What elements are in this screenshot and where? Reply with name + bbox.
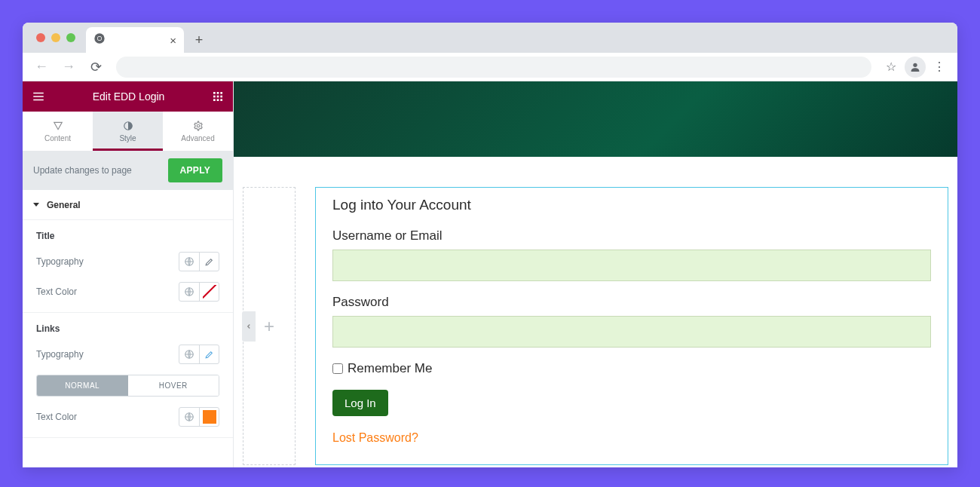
svg-rect-15 xyxy=(220,99,222,101)
lost-password-link[interactable]: Lost Password? xyxy=(332,431,931,445)
tab-style[interactable]: Style xyxy=(93,112,163,151)
links-text-color-label: Text Color xyxy=(36,412,77,422)
section-general-toggle[interactable]: General xyxy=(23,190,233,220)
pencil-icon[interactable] xyxy=(199,253,219,271)
password-input[interactable] xyxy=(332,316,931,348)
browser-tab[interactable]: × xyxy=(86,27,184,53)
svg-rect-11 xyxy=(217,96,219,98)
preview-canvas: + Log into Your Account Username or Emai… xyxy=(234,81,957,467)
tab-advanced[interactable]: Advanced xyxy=(163,112,233,151)
apply-bar-text: Update changes to page xyxy=(33,165,132,176)
browser-window: × + ← → ⟳ ☆ ⋮ Edit EDD Login xyxy=(23,23,957,467)
title-typography-label: Typography xyxy=(36,256,84,267)
plus-icon: + xyxy=(264,316,274,337)
page-hero xyxy=(234,81,957,157)
window-minimize-icon[interactable] xyxy=(51,33,60,42)
caret-down-icon xyxy=(33,203,39,207)
remember-me-label: Remember Me xyxy=(348,361,432,376)
links-heading: Links xyxy=(36,323,219,334)
remember-me-checkbox[interactable] xyxy=(332,363,343,374)
svg-rect-9 xyxy=(220,92,222,94)
widgets-grid-icon[interactable] xyxy=(212,90,224,103)
svg-rect-8 xyxy=(217,92,219,94)
links-typography-control xyxy=(179,345,219,364)
tab-advanced-label: Advanced xyxy=(181,134,214,142)
login-title: Log into Your Account xyxy=(332,197,931,213)
window-maximize-icon[interactable] xyxy=(66,33,75,42)
edd-login-widget[interactable]: Log into Your Account Username or Email … xyxy=(315,187,948,465)
reload-button[interactable]: ⟳ xyxy=(84,56,107,78)
links-panel: Links Typography NORMAL HOVER xyxy=(23,313,233,438)
pencil-icon[interactable] xyxy=(199,345,219,363)
browser-tab-strip: × + xyxy=(23,23,957,53)
globe-icon[interactable] xyxy=(179,408,199,426)
profile-avatar-icon[interactable] xyxy=(905,57,926,78)
svg-rect-10 xyxy=(213,96,216,98)
apply-button[interactable]: APPLY xyxy=(168,158,222,182)
color-swatch-orange[interactable] xyxy=(199,408,219,426)
back-button[interactable]: ← xyxy=(30,56,53,78)
new-tab-button[interactable]: + xyxy=(188,29,210,51)
tab-content-label: Content xyxy=(44,134,71,142)
title-heading: Title xyxy=(36,231,219,241)
section-general-label: General xyxy=(47,200,81,210)
svg-rect-7 xyxy=(213,92,216,94)
links-typography-row: Typography xyxy=(36,345,219,364)
apply-bar: Update changes to page APPLY xyxy=(23,151,233,190)
svg-point-3 xyxy=(913,63,917,66)
svg-point-17 xyxy=(197,124,200,127)
window-controls xyxy=(32,23,81,53)
sidebar-title: Edit EDD Login xyxy=(93,90,165,103)
title-text-color-control xyxy=(179,282,219,302)
chrome-logo-icon xyxy=(93,32,106,47)
empty-column-dropzone[interactable]: + xyxy=(243,187,296,465)
globe-icon[interactable] xyxy=(179,253,199,271)
title-typography-row: Typography xyxy=(36,252,219,271)
tab-style-label: Style xyxy=(119,134,136,142)
normal-hover-segment: NORMAL HOVER xyxy=(36,375,219,397)
tab-content[interactable]: Content xyxy=(23,112,93,151)
remember-me-row[interactable]: Remember Me xyxy=(332,361,931,376)
menu-icon[interactable] xyxy=(32,90,45,103)
title-text-color-row: Text Color xyxy=(36,282,219,302)
login-button[interactable]: Log In xyxy=(332,390,388,416)
color-swatch-none[interactable] xyxy=(199,283,219,301)
svg-rect-13 xyxy=(213,99,216,101)
elementor-sidebar: Edit EDD Login Content Style Advanced xyxy=(23,81,234,467)
password-label: Password xyxy=(332,295,931,310)
svg-rect-14 xyxy=(217,99,219,101)
address-bar[interactable] xyxy=(116,57,871,78)
title-text-color-label: Text Color xyxy=(36,286,77,297)
globe-icon[interactable] xyxy=(179,283,199,301)
username-input[interactable] xyxy=(332,250,931,281)
panel-collapse-handle[interactable] xyxy=(242,311,256,342)
links-text-color-row: Text Color xyxy=(36,407,219,427)
work-area: + Log into Your Account Username or Emai… xyxy=(234,157,957,467)
browser-menu-icon[interactable]: ⋮ xyxy=(929,60,950,74)
svg-point-2 xyxy=(98,37,102,41)
globe-icon[interactable] xyxy=(179,345,199,363)
sidebar-header: Edit EDD Login xyxy=(23,81,233,112)
tab-close-icon[interactable]: × xyxy=(170,34,176,47)
window-close-icon[interactable] xyxy=(36,33,45,42)
seg-hover[interactable]: HOVER xyxy=(128,375,219,396)
links-text-color-control xyxy=(179,407,219,427)
links-typography-label: Typography xyxy=(36,349,84,360)
title-typography-control xyxy=(179,252,219,271)
username-label: Username or Email xyxy=(332,228,931,244)
seg-normal[interactable]: NORMAL xyxy=(37,375,128,396)
title-panel: Title Typography Text Color xyxy=(23,220,233,313)
panel-tabs: Content Style Advanced xyxy=(23,112,233,151)
forward-button[interactable]: → xyxy=(57,56,80,78)
browser-toolbar: ← → ⟳ ☆ ⋮ xyxy=(23,53,957,81)
page-content: Edit EDD Login Content Style Advanced xyxy=(23,81,957,467)
svg-rect-12 xyxy=(220,96,222,98)
bookmark-star-icon[interactable]: ☆ xyxy=(880,60,902,74)
